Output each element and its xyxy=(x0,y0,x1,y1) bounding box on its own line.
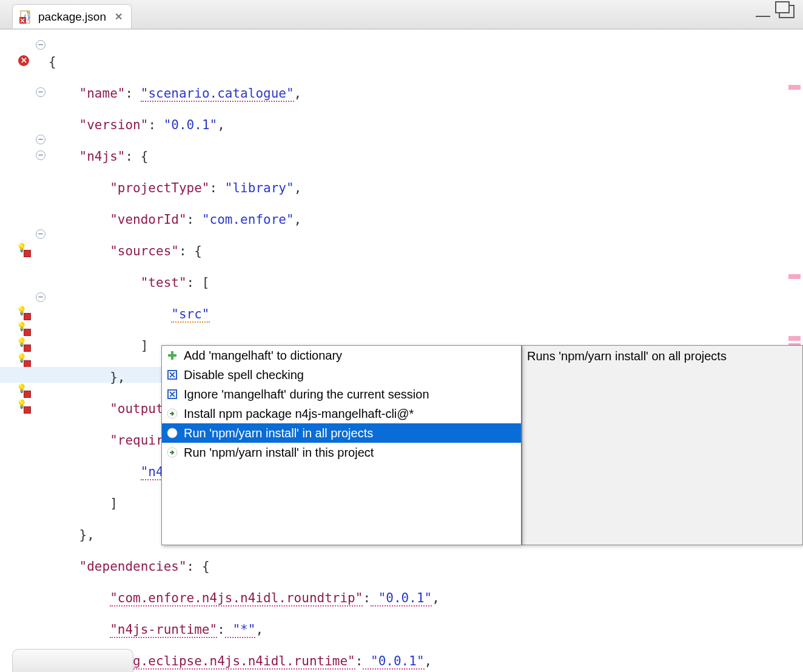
overview-error-mark[interactable] xyxy=(788,274,801,279)
overview-error-mark[interactable] xyxy=(788,85,801,90)
gutter: − ✕ − − − − − xyxy=(0,30,49,672)
bottom-tab-strip[interactable] xyxy=(12,649,133,672)
overview-error-mark[interactable] xyxy=(788,336,801,341)
quickfix-marker[interactable] xyxy=(16,384,29,397)
tab-filename: package.json xyxy=(38,10,106,24)
fold-toggle[interactable]: − xyxy=(34,227,47,241)
quickfix-description-text: Runs 'npm/yarn install' on all projects xyxy=(527,349,727,363)
context-menu-item-label: Disable spell checking xyxy=(184,368,304,382)
quickfix-marker[interactable] xyxy=(16,400,29,413)
quickfix-description-panel: Runs 'npm/yarn install' on all projects xyxy=(522,345,803,545)
go-icon xyxy=(166,407,179,420)
quickfix-context-menu: Add 'mangelhaft' to dictionaryDisable sp… xyxy=(161,345,522,545)
quickfix-marker[interactable] xyxy=(16,322,29,335)
context-menu-item-label: Run 'npm/yarn install' in this project xyxy=(184,446,374,460)
editor-tab-bar: {} package.json ✕ xyxy=(0,0,803,29)
svg-rect-4 xyxy=(168,354,176,357)
fold-toggle[interactable]: − xyxy=(34,149,47,162)
context-menu-item-label: Add 'mangelhaft' to dictionary xyxy=(184,349,342,363)
context-menu-item[interactable]: Run 'npm/yarn install' in this project xyxy=(162,443,521,462)
fold-toggle[interactable]: − xyxy=(34,291,47,304)
close-tab-icon[interactable]: ✕ xyxy=(115,11,123,22)
json-error-file-icon: {} xyxy=(19,10,33,24)
window-controls xyxy=(756,5,795,18)
context-menu-item-label: Run 'npm/yarn install' in all projects xyxy=(184,426,373,440)
context-menu-item[interactable]: Install npm package n4js-mangelhaft-cli@… xyxy=(162,404,521,423)
box-x-icon xyxy=(166,368,179,381)
context-menu-item[interactable]: Ignore 'mangelhaft' during the current s… xyxy=(162,385,521,404)
minimize-button[interactable] xyxy=(756,10,770,17)
context-menu-item-label: Ignore 'mangelhaft' during the current s… xyxy=(184,388,429,402)
context-menu-item[interactable]: Disable spell checking xyxy=(162,365,521,385)
context-menu-item-label: Install npm package n4js-mangelhaft-cli@… xyxy=(184,407,414,421)
context-menu-item[interactable]: Add 'mangelhaft' to dictionary xyxy=(162,346,521,365)
fold-toggle[interactable]: − xyxy=(34,38,47,52)
go-icon xyxy=(166,426,179,440)
fold-toggle[interactable]: − xyxy=(34,86,47,99)
fold-toggle[interactable]: − xyxy=(34,133,47,146)
box-x-icon xyxy=(166,388,179,401)
quickfix-marker[interactable] xyxy=(16,243,29,257)
quickfix-marker[interactable] xyxy=(16,354,29,367)
context-menu-item[interactable]: Run 'npm/yarn install' in all projects xyxy=(162,423,521,443)
error-marker[interactable]: ✕ xyxy=(17,54,30,67)
quickfix-marker[interactable] xyxy=(16,338,29,351)
quickfix-marker[interactable] xyxy=(16,306,29,320)
go-icon xyxy=(166,446,179,459)
plus-icon xyxy=(166,349,179,362)
maximize-button[interactable] xyxy=(779,5,795,18)
editor-tab[interactable]: {} package.json ✕ xyxy=(12,4,132,29)
